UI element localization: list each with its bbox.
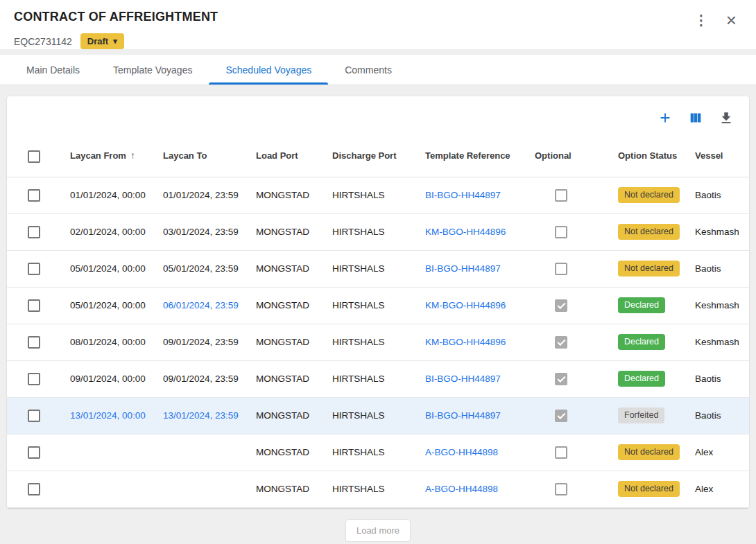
column-header-laycan-from[interactable]: Laycan From↑ <box>62 138 155 177</box>
dialog-header: CONTRACT OF AFFREIGHTMENT ⋮ × EQC2731142… <box>0 0 756 49</box>
vessel-cell: Alex <box>695 447 713 457</box>
column-settings-icon[interactable] <box>688 110 703 125</box>
row-checkbox[interactable] <box>28 410 40 422</box>
row-checkbox[interactable] <box>28 263 40 275</box>
table-toolbar <box>7 96 749 138</box>
column-header-load-port[interactable]: Load Port <box>248 138 325 177</box>
load-port-cell: MONGSTAD <box>256 190 309 200</box>
laycan-to-cell: 01/01/2024, 23:59 <box>163 190 239 200</box>
row-checkbox[interactable] <box>28 299 40 312</box>
add-voyage-icon[interactable] <box>658 110 673 125</box>
select-all-checkbox[interactable] <box>28 150 40 163</box>
column-header-vessel[interactable]: Vessel <box>687 138 749 177</box>
discharge-port-cell: HIRTSHALS <box>332 374 385 384</box>
discharge-port-cell: HIRTSHALS <box>332 190 385 200</box>
optional-checkbox <box>555 336 567 349</box>
download-icon[interactable] <box>719 110 734 125</box>
laycan-from-cell: 05/01/2024, 00:00 <box>70 300 146 310</box>
load-port-cell: MONGSTAD <box>256 410 309 421</box>
column-header-template-reference[interactable]: Template Reference <box>418 138 527 177</box>
close-icon[interactable]: × <box>726 11 737 29</box>
option-status-badge: Forfeited <box>618 407 664 423</box>
load-more-button[interactable]: Load more <box>345 519 411 542</box>
template-reference-link[interactable]: BI-BGO-HH44897 <box>425 190 501 200</box>
load-port-cell: MONGSTAD <box>256 374 309 384</box>
sort-ascending-icon[interactable]: ↑ <box>130 150 135 161</box>
column-header-label: Laycan From <box>70 150 126 161</box>
row-checkbox[interactable] <box>28 373 40 385</box>
template-reference-link[interactable]: A-BGO-HH44898 <box>425 447 498 457</box>
template-reference-link[interactable]: KM-BGO-HH44896 <box>425 337 506 347</box>
load-port-cell: MONGSTAD <box>256 227 309 237</box>
laycan-from-cell: 08/01/2024, 00:00 <box>70 337 146 347</box>
scheduled-voyages-table: Laycan From↑ Laycan To Load Port Dischar… <box>7 138 749 508</box>
discharge-port-cell: HIRTSHALS <box>332 484 385 494</box>
laycan-to-cell[interactable]: 13/01/2024, 23:59 <box>163 410 239 421</box>
optional-checkbox <box>555 410 567 422</box>
contract-id: EQC2731142 <box>14 36 72 47</box>
tab-bar: Main Details Template Voyages Scheduled … <box>0 55 756 85</box>
optional-checkbox <box>555 226 567 238</box>
template-reference-link[interactable]: BI-BGO-HH44897 <box>425 374 501 384</box>
table-row[interactable]: 13/01/2024, 00:00 13/01/2024, 23:59 MONG… <box>7 397 749 434</box>
row-checkbox[interactable] <box>28 226 40 238</box>
option-status-badge: Declared <box>618 371 665 387</box>
laycan-from-cell: 02/01/2024, 00:00 <box>70 227 146 237</box>
laycan-to-cell: 09/01/2024, 23:59 <box>163 337 239 347</box>
column-header-option-status[interactable]: Option Status <box>610 138 687 177</box>
load-port-cell: MONGSTAD <box>256 263 309 274</box>
load-port-cell: MONGSTAD <box>256 337 309 347</box>
discharge-port-cell: HIRTSHALS <box>332 263 385 274</box>
table-row[interactable]: 01/01/2024, 00:00 01/01/2024, 23:59 MONG… <box>7 177 749 213</box>
template-reference-link[interactable]: KM-BGO-HH44896 <box>425 300 506 310</box>
scheduled-voyages-card: Laycan From↑ Laycan To Load Port Dischar… <box>7 96 749 508</box>
tab-template-voyages[interactable]: Template Voyages <box>96 55 209 85</box>
vessel-cell: Baotis <box>695 190 721 200</box>
option-status-badge: Not declared <box>618 444 680 460</box>
template-reference-link[interactable]: BI-BGO-HH44897 <box>425 410 501 421</box>
template-reference-link[interactable]: BI-BGO-HH44897 <box>425 263 501 274</box>
table-row[interactable]: 08/01/2024, 00:00 09/01/2024, 23:59 MONG… <box>7 324 749 360</box>
load-port-cell: MONGSTAD <box>256 484 309 494</box>
optional-checkbox <box>555 483 567 495</box>
option-status-badge: Not declared <box>618 224 680 240</box>
load-port-cell: MONGSTAD <box>256 300 309 310</box>
table-row[interactable]: 05/01/2024, 00:00 06/01/2024, 23:59 MONG… <box>7 287 749 324</box>
optional-checkbox <box>555 446 567 459</box>
table-row[interactable]: MONGSTAD HIRTSHALS A-BGO-HH44898 Not dec… <box>7 434 749 471</box>
option-status-badge: Not declared <box>618 187 680 203</box>
row-checkbox[interactable] <box>28 336 40 349</box>
row-checkbox[interactable] <box>28 446 40 459</box>
laycan-to-cell: 09/01/2024, 23:59 <box>163 374 239 384</box>
vessel-cell: Baotis <box>695 410 721 421</box>
tab-comments[interactable]: Comments <box>328 55 409 85</box>
discharge-port-cell: HIRTSHALS <box>332 410 385 421</box>
discharge-port-cell: HIRTSHALS <box>332 227 385 237</box>
laycan-to-cell: 03/01/2024, 23:59 <box>163 227 239 237</box>
template-reference-link[interactable]: KM-BGO-HH44896 <box>425 227 506 237</box>
table-row[interactable]: 02/01/2024, 00:00 03/01/2024, 23:59 MONG… <box>7 213 749 250</box>
laycan-from-cell: 05/01/2024, 00:00 <box>70 263 146 274</box>
row-checkbox[interactable] <box>28 189 40 202</box>
column-header-discharge-port[interactable]: Discharge Port <box>325 138 418 177</box>
template-reference-link[interactable]: A-BGO-HH44898 <box>425 484 498 494</box>
laycan-from-cell: 01/01/2024, 00:00 <box>70 190 146 200</box>
table-row[interactable]: 05/01/2024, 00:00 05/01/2024, 23:59 MONG… <box>7 250 749 287</box>
tab-main-details[interactable]: Main Details <box>10 55 96 85</box>
tab-scheduled-voyages[interactable]: Scheduled Voyages <box>209 55 328 85</box>
chevron-down-icon: ▾ <box>113 37 117 46</box>
vessel-cell: Alex <box>695 484 713 494</box>
kebab-menu-icon[interactable]: ⋮ <box>694 13 708 27</box>
laycan-to-cell: 05/01/2024, 23:59 <box>163 263 239 274</box>
status-badge-dropdown[interactable]: Draft ▾ <box>80 33 124 49</box>
column-header-laycan-to[interactable]: Laycan To <box>155 138 248 177</box>
column-header-optional[interactable]: Optional <box>527 138 610 177</box>
row-checkbox[interactable] <box>28 483 40 495</box>
vessel-cell: Keshmash <box>695 227 739 237</box>
table-row[interactable]: MONGSTAD HIRTSHALS A-BGO-HH44898 Not dec… <box>7 471 749 507</box>
table-row[interactable]: 09/01/2024, 00:00 09/01/2024, 23:59 MONG… <box>7 360 749 397</box>
laycan-from-cell: 09/01/2024, 00:00 <box>70 374 146 384</box>
optional-checkbox <box>555 189 567 202</box>
laycan-from-cell[interactable]: 13/01/2024, 00:00 <box>70 410 146 421</box>
laycan-to-cell[interactable]: 06/01/2024, 23:59 <box>163 300 239 310</box>
